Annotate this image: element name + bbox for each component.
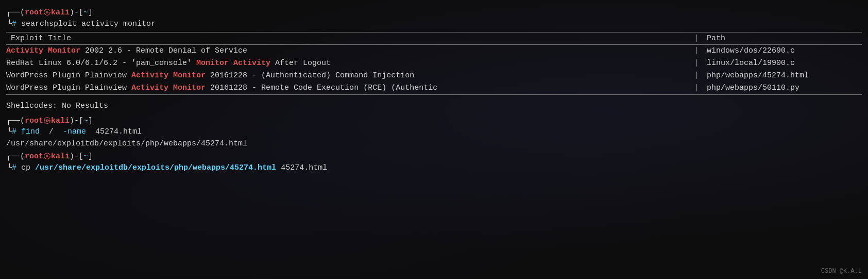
prompt3-hash: # xyxy=(12,162,21,174)
prompt2-l: └ xyxy=(7,126,12,138)
row4-sep: | xyxy=(691,82,702,94)
watermark: CSDN @K.A.L xyxy=(821,268,862,275)
table-row: WordPress Plugin Plainview Activity Moni… xyxy=(6,82,862,94)
prompt3-root: root xyxy=(25,151,43,162)
row3-title: WordPress Plugin Plainview Activity Moni… xyxy=(6,70,691,82)
prompt3-corner: ┌──( xyxy=(6,151,25,162)
prompt-1-bottom: └# searchsploit activity monitor xyxy=(6,19,862,30)
prompt-at: ㉿ xyxy=(43,7,51,19)
row4-title: WordPress Plugin Plainview Activity Moni… xyxy=(6,82,691,94)
prompt-1-top: ┌──(root㉿kali)-[~] xyxy=(6,7,862,19)
prompt-kali: kali xyxy=(51,7,70,19)
prompt2-hash: # xyxy=(12,126,21,138)
row2-title: RedHat Linux 6.0/6.1/6.2 - 'pam_console'… xyxy=(6,57,691,70)
prompt3-bracket: ] xyxy=(88,151,93,162)
prompt2-space1: / xyxy=(40,126,63,138)
row2-post: After Logout xyxy=(270,59,331,68)
prompt3-dir: ~ xyxy=(83,151,88,162)
row2-sep: | xyxy=(691,57,702,70)
prompt3-close: )-[ xyxy=(70,151,83,162)
table-row: RedHat Linux 6.0/6.1/6.2 - 'pam_console'… xyxy=(6,57,862,70)
row3-pre: WordPress Plugin Plainview xyxy=(6,71,131,80)
prompt-l-corner: └ xyxy=(7,19,12,30)
prompt-1-command: searchsploit activity monitor xyxy=(21,19,156,30)
table-header: Exploit Title | Path xyxy=(6,32,862,45)
row4-highlight: Activity Monitor xyxy=(131,84,206,92)
row1-title: Activity Monitor 2002 2.6 - Remote Denia… xyxy=(6,45,691,57)
prompt-2: ┌──(root㉿kali)-[~] └# find / -name 45274… xyxy=(0,114,868,138)
table-row: Activity Monitor 2002 2.6 - Remote Denia… xyxy=(6,45,862,57)
row3-highlight: Activity Monitor xyxy=(131,71,206,80)
prompt3-l: └ xyxy=(7,162,12,174)
prompt-2-bottom: └# find / -name 45274.html xyxy=(6,126,862,138)
prompt2-arg: 45274.html xyxy=(86,126,142,138)
prompt2-find: find xyxy=(21,126,40,138)
row1-highlight: Activity Monitor xyxy=(6,46,80,55)
prompt2-at: ㉿ xyxy=(43,116,51,127)
prompt-dir: ~ xyxy=(83,7,88,19)
row2-path: linux/local/19900.c xyxy=(702,57,862,70)
table-bottom-border xyxy=(6,94,862,95)
table-row: WordPress Plugin Plainview Activity Moni… xyxy=(6,70,862,82)
row3-post: 20161228 - (Authenticated) Command Injec… xyxy=(206,71,414,80)
prompt-1: ┌──(root㉿kali)-[~] └# searchsploit activ… xyxy=(0,5,868,30)
prompt2-root: root xyxy=(25,116,43,127)
prompt-root: root xyxy=(25,7,43,19)
prompt-corner: ┌──( xyxy=(6,7,25,19)
row3-path: php/webapps/45274.html xyxy=(702,70,862,82)
row1-plain: 2002 2.6 - Remote Denial of Service xyxy=(80,46,247,55)
prompt-3: ┌──(root㉿kali)-[~] └# cp /usr/share/expl… xyxy=(0,150,868,174)
row4-post: 20161228 - Remote Code Execution (RCE) (… xyxy=(206,84,437,92)
header-separator: | xyxy=(691,34,702,43)
row4-path: php/webapps/50110.py xyxy=(702,82,862,94)
row4-pre: WordPress Plugin Plainview xyxy=(6,84,131,92)
prompt3-path-arg: /usr/share/exploitdb/exploits/php/webapp… xyxy=(35,162,276,174)
prompt-hash: # xyxy=(12,19,21,30)
prompt3-dest: 45274.html xyxy=(276,162,327,174)
header-exploit-title: Exploit Title xyxy=(6,34,691,43)
prompt-3-top: ┌──(root㉿kali)-[~] xyxy=(6,151,862,162)
terminal-window: ┌──(root㉿kali)-[~] └# searchsploit activ… xyxy=(0,0,868,279)
prompt2-corner: ┌──( xyxy=(6,116,25,127)
row1-path: windows/dos/22690.c xyxy=(702,45,862,57)
prompt-3-bottom: └# cp /usr/share/exploitdb/exploits/php/… xyxy=(6,162,862,174)
row1-sep: | xyxy=(691,45,702,57)
results-table: Exploit Title | Path Activity Monitor 20… xyxy=(0,32,868,95)
find-result: /usr/share/exploitdb/exploits/php/webapp… xyxy=(0,138,868,150)
prompt2-kali: kali xyxy=(51,116,70,127)
prompt3-kali: kali xyxy=(51,151,70,162)
prompt2-bracket: ] xyxy=(88,116,93,127)
prompt2-close: )-[ xyxy=(70,116,83,127)
shellcodes-result: Shellcodes: No Results xyxy=(0,97,868,114)
prompt3-cp: cp xyxy=(21,162,35,174)
prompt-close: )-[ xyxy=(70,7,83,19)
prompt3-at: ㉿ xyxy=(43,151,51,162)
row2-highlight: Monitor Activity xyxy=(196,59,270,68)
row2-pre: RedHat Linux 6.0/6.1/6.2 - 'pam_console' xyxy=(6,59,196,68)
row3-sep: | xyxy=(691,70,702,82)
header-path: Path xyxy=(702,34,862,43)
prompt2-dir: ~ xyxy=(83,116,88,127)
prompt2-name: -name xyxy=(63,126,86,138)
prompt-bracket-close: ] xyxy=(88,7,93,19)
prompt-2-top: ┌──(root㉿kali)-[~] xyxy=(6,116,862,127)
